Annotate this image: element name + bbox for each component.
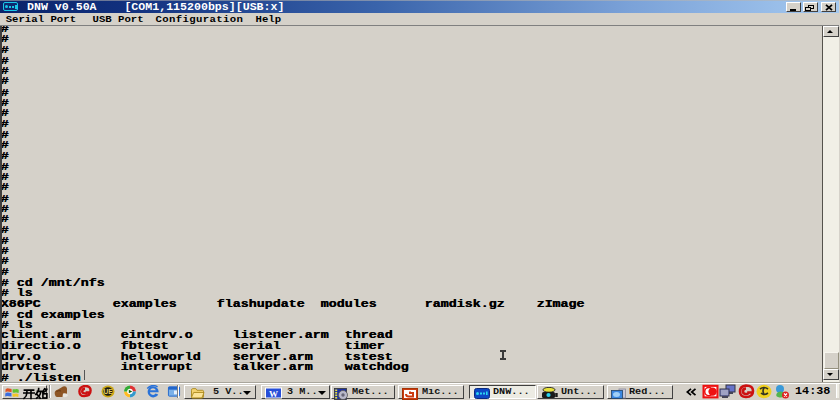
svg-text:W: W: [269, 389, 278, 399]
svg-text:UE: UE: [103, 388, 113, 395]
